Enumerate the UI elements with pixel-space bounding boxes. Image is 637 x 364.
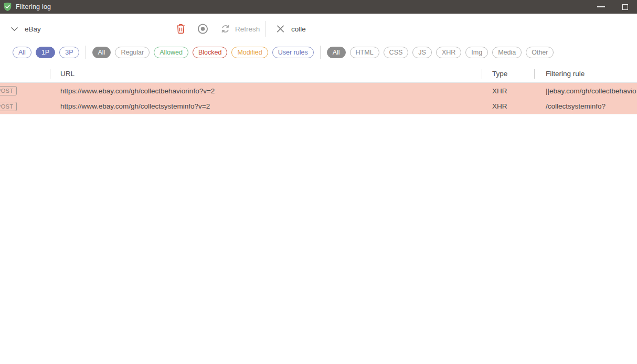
request-url: https://www.ebay.com/gh/collectsysteminf…: [50, 102, 482, 110]
filter-chip-party-all[interactable]: All: [13, 47, 31, 58]
filter-chip-allowed[interactable]: Allowed: [154, 47, 188, 58]
filtering-rule: ||ebay.com/gh/collectbehavio: [534, 87, 637, 95]
request-type: XHR: [482, 102, 534, 110]
table-row[interactable]: POST https://www.ebay.com/gh/collectsyst…: [0, 99, 637, 114]
toolbar-divider: [266, 21, 266, 37]
chip-group-divider: [86, 46, 86, 59]
clear-log-button[interactable]: [176, 24, 185, 34]
clear-search-button[interactable]: [277, 25, 284, 33]
filter-chip-third-party[interactable]: 3P: [59, 47, 79, 58]
filter-chip-img[interactable]: Img: [465, 47, 488, 58]
filter-chip-blocked[interactable]: Blocked: [193, 47, 227, 58]
filter-chips-row: All 1P 3P All Regular Allowed Blocked Mo…: [0, 46, 637, 59]
window-controls: [589, 0, 637, 14]
toolbar: eBay: [0, 14, 637, 44]
filter-chip-other[interactable]: Other: [526, 47, 554, 58]
minimize-button[interactable]: [589, 0, 613, 14]
filter-chip-regular[interactable]: Regular: [115, 47, 150, 58]
source-selector-label: eBay: [25, 25, 41, 33]
method-cell: POST: [0, 83, 50, 99]
filter-chip-user-rules[interactable]: User rules: [272, 47, 314, 58]
column-header-rule[interactable]: Filtering rule: [534, 65, 637, 82]
record-icon: [197, 24, 208, 35]
titlebar: Filtering log: [0, 0, 637, 14]
window-title: Filtering log: [16, 3, 51, 10]
filter-chip-status-all[interactable]: All: [92, 47, 111, 58]
filter-chip-type-all[interactable]: All: [327, 47, 346, 58]
maximize-icon: [622, 4, 628, 10]
filter-chip-css[interactable]: CSS: [384, 47, 409, 58]
search-input[interactable]: [291, 25, 354, 33]
filtering-rule: /collectsysteminfo?: [534, 102, 637, 110]
filtering-log-window: Filtering log eBay: [0, 0, 637, 364]
trash-icon: [176, 24, 185, 34]
source-selector[interactable]: eBay: [11, 25, 41, 33]
refresh-button-label: Refresh: [235, 25, 260, 33]
search-area: [277, 25, 354, 33]
filter-chip-xhr[interactable]: XHR: [436, 47, 461, 58]
maximize-button[interactable]: [613, 0, 637, 14]
minimize-icon: [597, 6, 605, 7]
record-toggle-button[interactable]: [197, 24, 208, 35]
refresh-icon: [220, 24, 230, 34]
column-header-type[interactable]: Type: [482, 65, 534, 82]
chip-group-divider: [320, 46, 321, 59]
close-icon: [277, 25, 284, 33]
method-cell: POST: [0, 99, 50, 114]
filter-chip-html[interactable]: HTML: [350, 47, 379, 58]
chevron-down-icon: [11, 27, 18, 31]
column-header-method: [0, 65, 50, 82]
filter-chip-media[interactable]: Media: [492, 47, 522, 58]
request-url: https://www.ebay.com/gh/collectbehaviori…: [50, 87, 482, 95]
request-type: XHR: [482, 87, 534, 95]
request-log-table: URL Type Filtering rule POST https://www…: [0, 65, 637, 114]
filter-chip-first-party[interactable]: 1P: [36, 47, 55, 58]
filter-chip-modified[interactable]: Modified: [231, 47, 268, 58]
adguard-shield-icon: [4, 3, 12, 11]
filter-chip-js[interactable]: JS: [412, 47, 432, 58]
table-row[interactable]: POST https://www.ebay.com/gh/collectbeha…: [0, 83, 637, 99]
toolbar-actions: Refresh: [176, 24, 260, 35]
method-badge: POST: [0, 102, 17, 111]
table-header-row: URL Type Filtering rule: [0, 65, 637, 83]
refresh-button[interactable]: Refresh: [220, 24, 260, 34]
method-badge: POST: [0, 86, 17, 95]
column-header-url[interactable]: URL: [50, 65, 482, 82]
